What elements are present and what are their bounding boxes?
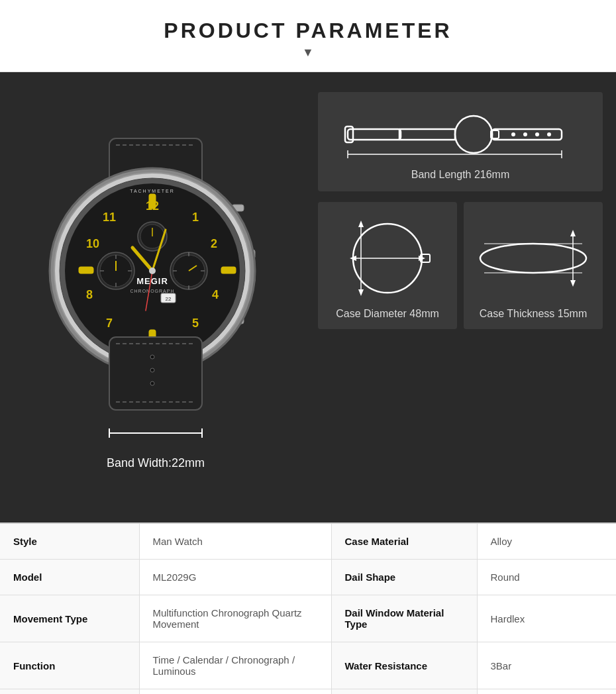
band-length-label: Band Length 216mm — [411, 169, 510, 181]
svg-text:4: 4 — [212, 288, 219, 301]
svg-text:12: 12 — [146, 199, 159, 213]
svg-point-51 — [149, 268, 156, 274]
product-section: TACHYMETER 10 11 12 1 2 4 5 6 7 8 — [0, 72, 616, 522]
spec-key-right: Band Material — [331, 689, 477, 695]
spec-key-left: Clasp Type — [0, 689, 139, 695]
table-row: Style Man Watch Case Material Alloy — [0, 524, 616, 560]
table-row: Model ML2029G Dail Shape Round — [0, 560, 616, 595]
svg-rect-16 — [79, 268, 93, 273]
svg-rect-52 — [109, 337, 202, 410]
svg-marker-77 — [358, 221, 364, 227]
svg-point-53 — [150, 355, 154, 359]
table-row: Clasp Type Buckle Band Material Leather — [0, 689, 616, 695]
svg-point-69 — [535, 132, 539, 136]
svg-text:TACHYMETER: TACHYMETER — [130, 189, 175, 193]
spec-key-right: Water Resistance — [331, 642, 477, 689]
band-length-card: Band Length 216mm — [318, 92, 603, 191]
spec-key-right: Dail Window Material Type — [331, 595, 477, 642]
chevron-down-icon: ▼ — [0, 46, 616, 60]
page-header: PRODUCT PARAMETER ▼ — [0, 0, 616, 72]
svg-text:2: 2 — [211, 237, 217, 250]
svg-text:CHRONOGRAPH: CHRONOGRAPH — [130, 289, 174, 293]
page-title: PRODUCT PARAMETER — [0, 19, 616, 43]
table-row: Movement Type Multifunction Chronograph … — [0, 595, 616, 642]
case-thickness-card: Case Thickness 15mm — [464, 202, 603, 329]
svg-point-67 — [511, 132, 515, 136]
spec-val-right: Alloy — [477, 524, 616, 560]
case-diameter-card: Case Diameter 48mm — [318, 202, 457, 329]
spec-val-left: Multifunction Chronograph Quartz Movemen… — [139, 595, 331, 642]
svg-point-54 — [150, 368, 154, 372]
svg-rect-61 — [348, 129, 401, 140]
svg-point-82 — [480, 244, 586, 273]
table-row: Function Time / Calendar / Chronograph /… — [0, 642, 616, 689]
case-diameter-svg — [328, 215, 447, 301]
spec-key-left: Model — [0, 560, 139, 595]
spec-key-left: Movement Type — [0, 595, 139, 642]
band-width-label: Band Width:22mm — [107, 456, 205, 470]
svg-text:7: 7 — [106, 317, 113, 330]
spec-key-right: Dail Shape — [331, 560, 477, 595]
spec-val-left: ML2029G — [139, 560, 331, 595]
spec-val-left: Buckle — [139, 689, 331, 695]
svg-point-55 — [150, 381, 154, 385]
spec-val-right: Leather — [477, 689, 616, 695]
spec-table: Style Man Watch Case Material Alloy Mode… — [0, 524, 616, 694]
svg-text:10: 10 — [86, 237, 99, 250]
svg-marker-87 — [570, 280, 576, 287]
case-thickness-label: Case Thickness 15mm — [480, 308, 587, 320]
spec-val-right: Round — [477, 560, 616, 595]
table-section: Style Man Watch Case Material Alloy Mode… — [0, 522, 616, 694]
case-diameter-label: Case Diameter 48mm — [336, 308, 439, 320]
svg-marker-86 — [570, 230, 576, 236]
svg-marker-78 — [358, 289, 364, 296]
spec-val-right: Hardlex — [477, 595, 616, 642]
watch-illustration: TACHYMETER 10 11 12 1 2 4 5 6 7 8 — [30, 132, 282, 450]
svg-point-70 — [547, 132, 551, 136]
svg-point-68 — [523, 132, 527, 136]
svg-text:11: 11 — [103, 211, 116, 224]
svg-text:8: 8 — [86, 288, 93, 301]
band-length-svg — [341, 108, 580, 161]
spec-key-left: Function — [0, 642, 139, 689]
svg-point-63 — [455, 116, 492, 153]
case-thickness-svg — [474, 215, 593, 301]
watch-area: TACHYMETER 10 11 12 1 2 4 5 6 7 8 — [0, 72, 305, 522]
specs-area: Band Length 216mm — [305, 72, 616, 522]
spec-val-left: Time / Calendar / Chronograph / Luminous — [139, 642, 331, 689]
svg-text:5: 5 — [192, 317, 199, 330]
svg-rect-65 — [399, 129, 455, 140]
svg-text:22: 22 — [166, 296, 172, 302]
svg-rect-15 — [222, 268, 235, 273]
spec-key-left: Style — [0, 524, 139, 560]
svg-text:1: 1 — [192, 211, 199, 224]
spec-val-right: 3Bar — [477, 642, 616, 689]
dims-row: Case Diameter 48mm Case Thickness 15mm — [318, 202, 603, 329]
spec-key-right: Case Material — [331, 524, 477, 560]
spec-val-left: Man Watch — [139, 524, 331, 560]
svg-text:MEGIR: MEGIR — [136, 276, 168, 286]
